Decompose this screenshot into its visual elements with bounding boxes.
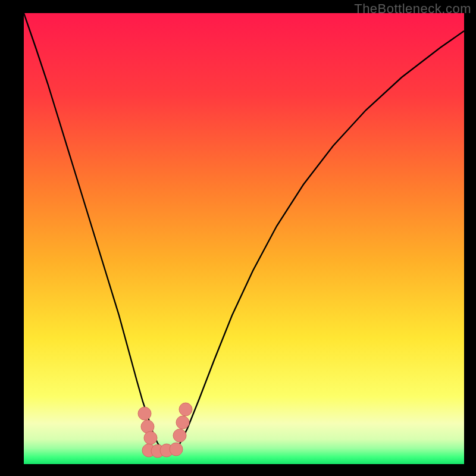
data-marker <box>173 429 186 442</box>
data-marker <box>179 403 192 416</box>
plot-area <box>24 13 464 464</box>
data-marker <box>170 443 183 456</box>
chart-svg <box>24 13 464 464</box>
data-marker <box>144 431 157 444</box>
data-marker <box>141 420 154 433</box>
data-marker <box>176 416 189 429</box>
chart-stage: TheBottleneck.com <box>0 0 476 476</box>
watermark-text: TheBottleneck.com <box>354 1 471 17</box>
data-marker <box>138 407 151 420</box>
